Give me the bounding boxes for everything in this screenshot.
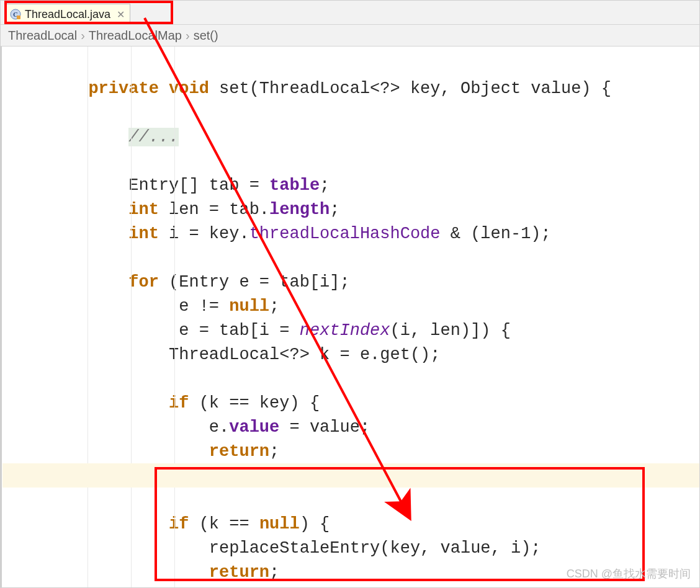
breadcrumb-inner-class[interactable]: ThreadLocalMap — [89, 29, 182, 43]
code-line: int len = tab.length; — [18, 200, 340, 219]
chevron-right-icon: › — [186, 29, 190, 43]
code-line — [18, 104, 28, 122]
indent-guide — [131, 47, 132, 588]
code-line: if (k == key) { — [18, 394, 320, 412]
indent-guide — [88, 47, 88, 588]
code-line: private void set(ThreadLocal<?> key, Obj… — [18, 79, 611, 98]
close-icon[interactable]: ✕ — [117, 9, 125, 20]
code-line: int i = key.threadLocalHashCode & (len-1… — [18, 225, 551, 243]
watermark: CSDN @鱼找水需要时间 — [567, 566, 691, 581]
code-line: e.value = value; — [18, 418, 370, 437]
highlighted-line — [2, 463, 699, 488]
code-line: for (Entry e = tab[i]; — [18, 273, 350, 292]
file-tab-threadlocal[interactable]: C ThreadLocal.java ✕ — [6, 4, 130, 24]
indent-guide — [174, 47, 175, 588]
code-line: return; — [18, 442, 279, 461]
code-line: return; — [18, 563, 279, 582]
code-line: ThreadLocal<?> k = e.get(); — [18, 345, 441, 364]
svg-rect-2 — [17, 16, 20, 19]
breadcrumb[interactable]: ThreadLocal › ThreadLocalMap › set() — [1, 25, 699, 47]
code-line: //... — [18, 128, 179, 146]
gutter — [1, 47, 2, 588]
class-file-icon: C — [10, 9, 21, 20]
code-line — [18, 152, 28, 171]
code-line — [18, 249, 28, 267]
breadcrumb-method[interactable]: set() — [194, 29, 218, 43]
code-line — [18, 370, 28, 388]
code-line: e = tab[i = nextIndex(i, len)]) { — [18, 321, 511, 340]
code-line: replaceStaleEntry(key, value, i); — [18, 539, 541, 558]
code-editor[interactable]: private void set(ThreadLocal<?> key, Obj… — [1, 47, 699, 588]
file-tab-label: ThreadLocal.java — [25, 8, 110, 21]
ide-frame: C ThreadLocal.java ✕ ThreadLocal › Threa… — [0, 0, 700, 588]
tab-bar: C ThreadLocal.java ✕ — [1, 1, 699, 25]
code-line: e != null; — [18, 297, 279, 316]
code-line — [18, 491, 28, 509]
chevron-right-icon: › — [81, 29, 85, 43]
breadcrumb-class[interactable]: ThreadLocal — [8, 29, 77, 43]
code-content: private void set(ThreadLocal<?> key, Obj… — [1, 53, 699, 588]
